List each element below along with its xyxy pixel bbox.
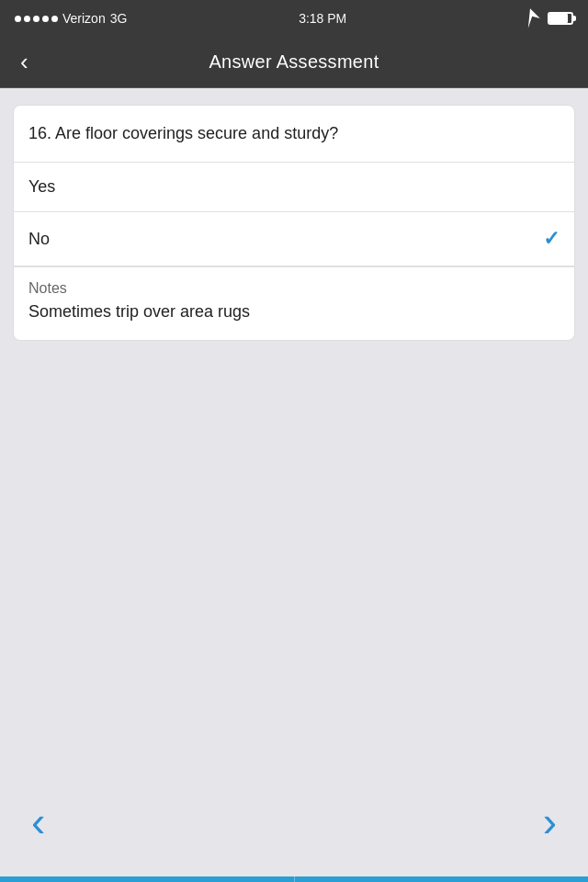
option-no-label: No <box>28 230 50 249</box>
nav-bar: ‹ Answer Assessment <box>0 37 588 88</box>
option-yes-label: Yes <box>28 177 55 197</box>
action-bar: Cancel Save <box>0 876 588 882</box>
selected-checkmark: ✓ <box>543 227 560 251</box>
main-content: 16. Are floor coverings secure and sturd… <box>0 88 588 766</box>
location-icon <box>518 6 542 30</box>
notes-label: Notes <box>28 280 560 297</box>
notes-section: Notes Sometimes trip over area rugs <box>14 266 574 340</box>
next-button[interactable]: › <box>530 787 570 855</box>
cancel-button[interactable]: Cancel <box>0 876 295 882</box>
svg-marker-0 <box>528 8 540 28</box>
signal-dot-4 <box>42 16 49 22</box>
status-bar: Verizon 3G 3:18 PM <box>0 0 588 37</box>
battery-fill <box>549 14 568 23</box>
back-button[interactable]: ‹ <box>13 40 36 84</box>
save-button[interactable]: Save <box>295 876 589 882</box>
time-label: 3:18 PM <box>299 11 346 26</box>
battery-icon <box>548 12 573 25</box>
signal-dot-1 <box>15 16 21 22</box>
signal-dot-2 <box>24 16 30 22</box>
assessment-card: 16. Are floor coverings secure and sturd… <box>13 105 575 341</box>
option-yes-row[interactable]: Yes <box>14 163 574 212</box>
status-left: Verizon 3G <box>15 11 127 26</box>
signal-dot-3 <box>33 16 40 22</box>
option-no-row[interactable]: No ✓ <box>14 212 574 266</box>
navigation-arrows: ‹ › <box>0 766 588 876</box>
carrier-label: Verizon <box>62 11 106 26</box>
signal-dots <box>15 16 58 22</box>
status-right <box>518 6 573 30</box>
page-title: Answer Assessment <box>209 51 379 73</box>
prev-button[interactable]: ‹ <box>18 787 58 855</box>
signal-dot-5 <box>51 16 58 22</box>
notes-text: Sometimes trip over area rugs <box>28 302 560 334</box>
network-label: 3G <box>110 11 128 26</box>
question-text: 16. Are floor coverings secure and sturd… <box>14 106 574 163</box>
